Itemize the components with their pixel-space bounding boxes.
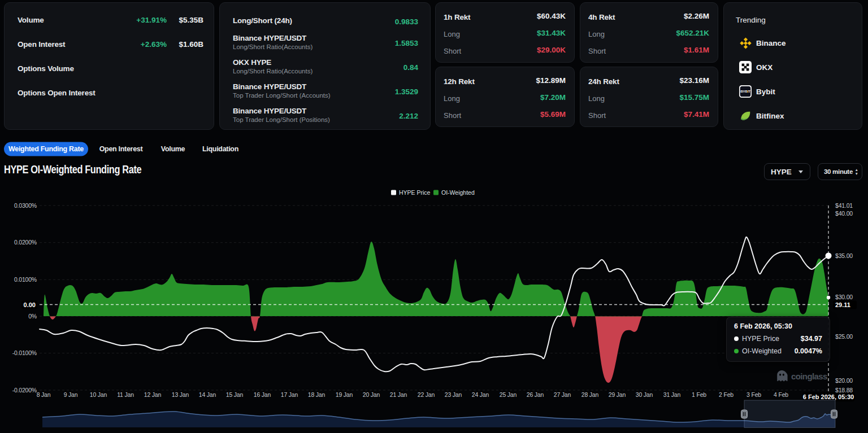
svg-text:16 Jan: 16 Jan xyxy=(254,391,271,398)
svg-text:18 Jan: 18 Jan xyxy=(308,391,326,398)
svg-text:$40.00: $40.00 xyxy=(835,210,853,217)
svg-text:8 Jan: 8 Jan xyxy=(37,391,51,398)
svg-text:0.00: 0.00 xyxy=(24,301,36,308)
svg-text:HYPE Price: HYPE Price xyxy=(399,189,431,196)
svg-text:2 Feb: 2 Feb xyxy=(719,391,734,398)
svg-text:28 Jan: 28 Jan xyxy=(581,391,599,398)
svg-text:BYBIT: BYBIT xyxy=(740,89,750,93)
svg-text:$30.00: $30.00 xyxy=(835,294,853,300)
svg-text:29.11: 29.11 xyxy=(835,301,850,308)
svg-text:-0.0200%: -0.0200% xyxy=(12,387,37,393)
svg-text:0.0300%: 0.0300% xyxy=(14,202,37,209)
svg-text:$25.00: $25.00 xyxy=(835,333,853,340)
svg-text:1 Feb: 1 Feb xyxy=(692,391,706,398)
svg-text:15 Jan: 15 Jan xyxy=(226,391,244,398)
svg-text:4 Feb: 4 Feb xyxy=(774,391,788,398)
svg-text:12 Jan: 12 Jan xyxy=(144,391,162,398)
svg-text:3 Feb: 3 Feb xyxy=(747,391,761,398)
svg-text:OI-Weighted: OI-Weighted xyxy=(441,189,475,196)
svg-text:22 Jan: 22 Jan xyxy=(418,391,435,398)
svg-text:30 Jan: 30 Jan xyxy=(636,391,653,398)
svg-text:0.0100%: 0.0100% xyxy=(14,276,37,283)
svg-text:10 Jan: 10 Jan xyxy=(90,391,107,398)
svg-text:14 Jan: 14 Jan xyxy=(199,391,216,398)
svg-text:20 Jan: 20 Jan xyxy=(363,391,380,398)
svg-text:17 Jan: 17 Jan xyxy=(281,391,298,398)
svg-text:31 Jan: 31 Jan xyxy=(663,391,681,398)
svg-text:25 Jan: 25 Jan xyxy=(500,391,517,398)
svg-text:23 Jan: 23 Jan xyxy=(445,391,462,398)
svg-text:21 Jan: 21 Jan xyxy=(390,391,407,398)
svg-text:$20.00: $20.00 xyxy=(835,377,853,384)
svg-text:24 Jan: 24 Jan xyxy=(472,391,489,398)
svg-text:29 Jan: 29 Jan xyxy=(609,391,626,398)
svg-text:0.0200%: 0.0200% xyxy=(14,239,37,246)
svg-text:-0.0100%: -0.0100% xyxy=(12,349,37,356)
svg-text:6 Feb 2026, 05:30: 6 Feb 2026, 05:30 xyxy=(803,393,854,400)
svg-text:19 Jan: 19 Jan xyxy=(336,391,353,398)
svg-text:27 Jan: 27 Jan xyxy=(554,391,571,398)
svg-text:13 Jan: 13 Jan xyxy=(172,391,189,398)
svg-text:$35.00: $35.00 xyxy=(835,252,853,259)
svg-text:9 Jan: 9 Jan xyxy=(64,391,78,398)
svg-text:11 Jan: 11 Jan xyxy=(117,391,134,398)
svg-text:0%: 0% xyxy=(28,313,37,320)
svg-text:$41.01: $41.01 xyxy=(835,202,853,209)
svg-text:26 Jan: 26 Jan xyxy=(527,391,544,398)
